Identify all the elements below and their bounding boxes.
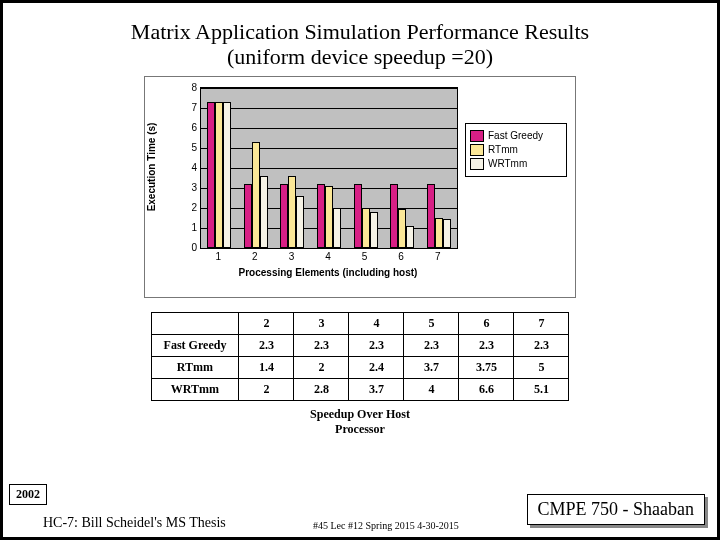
y-tick: 6 [181, 121, 197, 132]
bar [370, 212, 378, 248]
legend-swatch [470, 130, 484, 142]
y-tick: 4 [181, 161, 197, 172]
table-header: 4 [349, 312, 404, 334]
table-cell: 2.8 [294, 378, 349, 400]
bar [390, 184, 398, 248]
table-row: WRTmm22.83.746.65.1 [151, 378, 569, 400]
table-cell: 3.75 [459, 356, 514, 378]
course-box: CMPE 750 - Shaaban [527, 494, 706, 525]
y-axis-label: Execution Time (s) [146, 122, 157, 211]
table-cell: 2.3 [404, 334, 459, 356]
table-header: 7 [514, 312, 569, 334]
bar [223, 102, 231, 248]
legend-label: RTmm [488, 144, 518, 155]
legend-swatch [470, 158, 484, 170]
legend-label: WRTmm [488, 158, 527, 169]
bar [398, 209, 406, 248]
legend-item: Fast Greedy [470, 130, 562, 142]
legend-swatch [470, 144, 484, 156]
x-tick: 3 [273, 251, 309, 262]
y-tick: 7 [181, 101, 197, 112]
table-cell: 3.7 [404, 356, 459, 378]
table-cell: 2 [294, 356, 349, 378]
chart: Execution Time (s) 012345678 1234567 Pro… [144, 76, 576, 298]
bar [325, 186, 333, 248]
x-tick: 5 [347, 251, 383, 262]
x-axis-label: Processing Elements (including host) [200, 267, 456, 278]
table-header: 3 [294, 312, 349, 334]
bar [207, 102, 215, 248]
caption-line1: Speedup Over Host [310, 407, 410, 421]
caption-line2: Processor [335, 422, 385, 436]
table-header: 6 [459, 312, 514, 334]
table-row: RTmm1.422.43.73.755 [151, 356, 569, 378]
row-label: RTmm [151, 356, 239, 378]
bar [406, 226, 414, 248]
thesis-credit: HC-7: Bill Scheidel's MS Thesis [43, 515, 226, 531]
bar [333, 208, 341, 248]
x-tick: 1 [200, 251, 236, 262]
y-tick: 8 [181, 81, 197, 92]
row-label: Fast Greedy [151, 334, 239, 356]
table-cell: 4 [404, 378, 459, 400]
slide-title: Matrix Application Simulation Performanc… [23, 19, 697, 70]
y-tick: 5 [181, 141, 197, 152]
bar [443, 219, 451, 248]
table-cell: 2.4 [349, 356, 404, 378]
bar [296, 196, 304, 248]
legend-item: WRTmm [470, 158, 562, 170]
x-tick: 6 [383, 251, 419, 262]
table-cell: 2 [239, 378, 294, 400]
bar [435, 218, 443, 248]
table-cell: 5.1 [514, 378, 569, 400]
table-corner [151, 312, 239, 334]
y-tick: 0 [181, 241, 197, 252]
table-cell: 2.3 [239, 334, 294, 356]
y-tick: 2 [181, 201, 197, 212]
title-line2: (uniform device speedup =20) [227, 44, 493, 69]
bar [317, 184, 325, 248]
bar [362, 208, 370, 248]
bar [215, 102, 223, 248]
table-cell: 2.3 [349, 334, 404, 356]
year-box: 2002 [9, 484, 47, 505]
table-cell: 2.3 [459, 334, 514, 356]
legend: Fast GreedyRTmmWRTmm [465, 123, 567, 177]
plot-area [200, 87, 458, 249]
table-cell: 2.3 [294, 334, 349, 356]
bar [260, 176, 268, 248]
x-tick: 4 [310, 251, 346, 262]
y-tick: 1 [181, 221, 197, 232]
bar [252, 142, 260, 248]
x-tick: 7 [420, 251, 456, 262]
table-cell: 6.6 [459, 378, 514, 400]
table-header: 5 [404, 312, 459, 334]
bar [354, 184, 362, 248]
x-tick: 2 [237, 251, 273, 262]
legend-item: RTmm [470, 144, 562, 156]
data-table: 234567 Fast Greedy2.32.32.32.32.32.3RTmm… [151, 312, 570, 401]
table-cell: 1.4 [239, 356, 294, 378]
bar [244, 184, 252, 248]
bar [288, 176, 296, 248]
table-cell: 3.7 [349, 378, 404, 400]
table-cell: 5 [514, 356, 569, 378]
table-header: 2 [239, 312, 294, 334]
title-line1: Matrix Application Simulation Performanc… [131, 19, 589, 44]
bar [427, 184, 435, 248]
table-caption: Speedup Over Host Processor [23, 407, 697, 437]
bar [280, 184, 288, 248]
legend-label: Fast Greedy [488, 130, 543, 141]
table-cell: 2.3 [514, 334, 569, 356]
lecture-info: #45 Lec #12 Spring 2015 4-30-2015 [313, 520, 459, 531]
row-label: WRTmm [151, 378, 239, 400]
table-row: Fast Greedy2.32.32.32.32.32.3 [151, 334, 569, 356]
y-tick: 3 [181, 181, 197, 192]
